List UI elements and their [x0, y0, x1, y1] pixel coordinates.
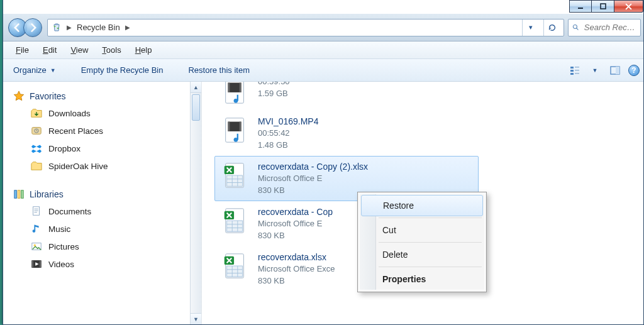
chevron-down-icon[interactable]: ▼	[588, 63, 602, 77]
file-type: Microsoft Office E	[258, 173, 368, 185]
svg-rect-26	[228, 83, 242, 92]
file-name: recoverxdata.xlsx	[258, 251, 335, 263]
folder-download-icon	[31, 107, 42, 119]
svg-rect-15	[14, 190, 17, 199]
music-icon	[31, 223, 42, 234]
video-file-icon	[220, 82, 250, 106]
toolbar: Organize▼ Empty the Recycle Bin Restore …	[3, 59, 643, 82]
close-button[interactable]	[614, 0, 643, 13]
favorites-label: Favorites	[30, 91, 66, 101]
chevron-right-icon: ▶	[67, 24, 72, 31]
libraries-icon	[13, 189, 25, 200]
file-size: 830 KB	[258, 230, 333, 242]
menu-edit[interactable]: Edit	[36, 43, 63, 57]
sidebar-item-label: Videos	[48, 260, 74, 269]
sidebar-item-label: Documents	[48, 207, 91, 216]
svg-rect-1	[601, 4, 606, 9]
refresh-button[interactable]	[543, 19, 560, 36]
video-file-icon	[220, 115, 250, 145]
documents-icon	[31, 206, 42, 217]
videos-icon	[31, 258, 42, 270]
svg-rect-33	[240, 122, 242, 131]
menubar: File Edit View Tools Help	[3, 41, 643, 59]
svg-point-34	[234, 138, 238, 142]
sidebar-item-label: Music	[48, 224, 70, 234]
window-controls	[569, 0, 643, 13]
svg-rect-10	[575, 73, 579, 74]
recent-places-icon	[31, 125, 42, 136]
libraries-group[interactable]: Libraries	[9, 186, 199, 202]
sidebar-item-recent[interactable]: Recent Places	[9, 122, 199, 140]
scroll-down-arrow[interactable]: ▼	[191, 313, 201, 324]
change-view-button[interactable]	[568, 63, 582, 77]
sidebar-item-videos[interactable]: Videos	[9, 255, 199, 273]
svg-rect-39	[227, 221, 243, 231]
maximize-button[interactable]	[592, 0, 614, 13]
folder-icon	[31, 160, 42, 172]
nav-scrollbar[interactable]: ▲ ▼	[190, 82, 201, 324]
file-row[interactable]: 00:59:50 1.59 GB	[214, 82, 479, 111]
organize-button[interactable]: Organize▼	[9, 63, 60, 77]
sidebar-item-music[interactable]: Music	[9, 220, 199, 238]
svg-rect-6	[575, 67, 579, 68]
restore-this-item-button[interactable]: Restore this item	[184, 63, 253, 77]
breadcrumb-location[interactable]: Recycle Bin	[77, 23, 120, 32]
sidebar-item-label: Downloads	[48, 109, 91, 118]
file-size: 1.48 GB	[258, 140, 319, 151]
sidebar-item-label: Dropbox	[48, 144, 80, 153]
favorites-group[interactable]: Favorites	[9, 88, 199, 104]
address-row: ▶ Recycle Bin ▶ ▾	[3, 14, 643, 41]
ctx-delete[interactable]: Delete	[360, 244, 484, 265]
excel-file-icon	[220, 206, 250, 236]
breadcrumb[interactable]: ▶ Recycle Bin ▶	[67, 23, 130, 32]
svg-rect-12	[616, 67, 619, 74]
svg-rect-42	[227, 266, 243, 277]
search-box[interactable]	[568, 19, 641, 36]
file-duration: 00:59:50	[258, 82, 290, 88]
help-button[interactable]: ?	[628, 65, 640, 76]
file-type: Microsoft Office Exce	[258, 263, 335, 275]
file-name: recoverxdata - Copy (2).xlsx	[258, 160, 368, 173]
svg-rect-16	[18, 190, 20, 199]
sidebar-item-spideroak[interactable]: SpiderOak Hive	[9, 157, 199, 175]
search-input[interactable]	[583, 22, 636, 33]
svg-point-3	[57, 27, 59, 29]
sidebar-item-pictures[interactable]: Pictures	[9, 238, 199, 255]
file-name: MVI_0169.MP4	[258, 115, 319, 128]
svg-rect-7	[570, 70, 574, 72]
file-size: 1.59 GB	[258, 88, 290, 100]
ctx-properties[interactable]: Properties	[360, 268, 484, 290]
file-row[interactable]: MVI_0169.MP4 00:55:42 1.48 GB	[214, 111, 479, 156]
preview-pane-button[interactable]	[608, 63, 622, 77]
address-history-dropdown[interactable]: ▾	[522, 19, 538, 36]
minimize-button[interactable]	[569, 0, 592, 13]
empty-recycle-bin-button[interactable]: Empty the Recycle Bin	[77, 63, 167, 77]
svg-rect-31	[228, 122, 242, 131]
svg-point-29	[234, 99, 238, 103]
menu-tools[interactable]: Tools	[96, 43, 127, 57]
pictures-icon	[31, 241, 42, 252]
menu-file[interactable]: File	[9, 43, 35, 57]
svg-rect-8	[575, 70, 579, 71]
scroll-up-arrow[interactable]: ▲	[191, 82, 201, 93]
svg-rect-36	[227, 175, 243, 186]
excel-file-icon	[220, 251, 250, 281]
nav-forward-button[interactable]	[23, 18, 42, 37]
svg-rect-9	[570, 73, 574, 75]
file-name: recoverxdata - Cop	[258, 206, 333, 218]
sidebar-item-downloads[interactable]: Downloads	[9, 104, 199, 122]
scroll-thumb[interactable]	[192, 94, 200, 121]
sidebar-item-documents[interactable]: Documents	[9, 202, 199, 220]
file-duration: 00:55:42	[258, 128, 319, 140]
ctx-restore[interactable]: Restore	[361, 195, 483, 216]
menu-help[interactable]: Help	[129, 43, 158, 57]
ctx-cut[interactable]: Cut	[360, 219, 484, 241]
explorer-body: Favorites Downloads Recent Places Dropbo…	[3, 82, 643, 324]
sidebar-item-dropbox[interactable]: Dropbox	[9, 140, 199, 157]
menu-view[interactable]: View	[64, 43, 94, 57]
file-type: Microsoft Office E	[258, 218, 333, 230]
star-icon	[13, 91, 25, 102]
sidebar-item-label: SpiderOak Hive	[48, 162, 108, 171]
address-bar[interactable]: ▶ Recycle Bin ▶ ▾	[47, 19, 564, 36]
ctx-separator	[379, 218, 482, 218]
